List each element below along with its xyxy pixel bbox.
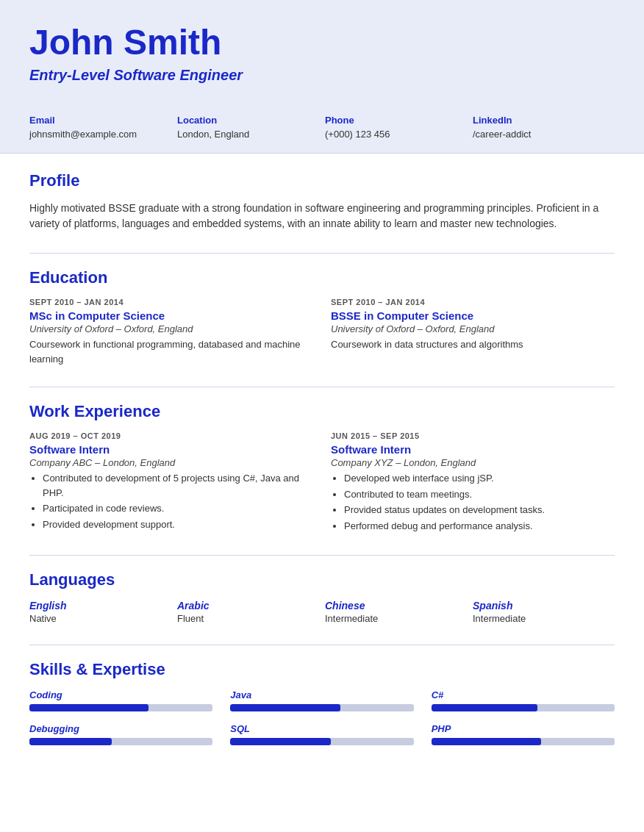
skill-item: Coding	[29, 689, 212, 711]
work-position: Software Intern	[331, 443, 615, 456]
skill-bar-fill	[29, 704, 149, 711]
lang-level: Intermediate	[473, 613, 615, 624]
work-company: Company ABC – London, England	[29, 457, 313, 468]
contact-email: Email johnsmith@example.com	[29, 115, 171, 140]
candidate-title: Entry-Level Software Engineer	[29, 67, 615, 84]
work-bullet: Provided status updates on development t…	[344, 503, 615, 517]
skill-bar-bg	[29, 738, 212, 745]
work-bullet: Performed debug and performance analysis…	[344, 519, 615, 534]
contact-location: Location London, England	[177, 115, 319, 140]
skill-bar-fill	[432, 704, 538, 711]
skill-name: Debugging	[29, 723, 212, 734]
edu-details: Coursework in functional programming, da…	[29, 337, 313, 366]
lang-level: Fluent	[177, 613, 319, 624]
skill-item: SQL	[230, 723, 413, 745]
language-item: Chinese Intermediate	[325, 600, 467, 624]
divider-skills	[29, 645, 615, 645]
work-grid: AUG 2019 – OCT 2019 Software Intern Comp…	[29, 431, 615, 534]
skill-name: SQL	[230, 723, 413, 734]
work-date: JUN 2015 – SEP 2015	[331, 431, 615, 440]
lang-name: Arabic	[177, 600, 319, 612]
work-company: Company XYZ – London, England	[331, 457, 615, 468]
resume-container: John Smith Entry-Level Software Engineer…	[0, 0, 644, 832]
work-section: Work Experience AUG 2019 – OCT 2019 Soft…	[29, 402, 615, 534]
work-position: Software Intern	[29, 443, 313, 456]
contact-linkedin: LinkedIn /career-addict	[473, 115, 615, 140]
skill-name: PHP	[432, 723, 615, 734]
skill-bar-bg	[230, 704, 413, 711]
edu-degree: MSc in Computer Science	[29, 309, 313, 322]
skills-title: Skills & Expertise	[29, 660, 615, 679]
work-bullet: Contributed to team meetings.	[344, 487, 615, 502]
skill-bar-bg	[29, 704, 212, 711]
skill-item: Debugging	[29, 723, 212, 745]
skill-bar-fill	[230, 738, 331, 745]
skill-bar-fill	[230, 704, 340, 711]
email-label: Email	[29, 115, 171, 126]
profile-section: Profile Highly motivated BSSE graduate w…	[29, 171, 615, 232]
work-item: JUN 2015 – SEP 2015 Software Intern Comp…	[331, 431, 615, 534]
divider-work	[29, 387, 615, 387]
profile-text: Highly motivated BSSE graduate with a st…	[29, 201, 615, 232]
education-item: SEPT 2010 – JAN 2014 BSSE in Computer Sc…	[331, 298, 615, 366]
work-item: AUG 2019 – OCT 2019 Software Intern Comp…	[29, 431, 313, 534]
profile-title: Profile	[29, 171, 615, 190]
contact-section: Email johnsmith@example.com Location Lon…	[0, 101, 644, 154]
lang-name: Chinese	[325, 600, 467, 612]
work-details: Contributed to development of 5 projects…	[29, 471, 313, 531]
languages-title: Languages	[29, 570, 615, 589]
contact-phone: Phone (+000) 123 456	[325, 115, 467, 140]
skill-item: Java	[230, 689, 413, 711]
location-label: Location	[177, 115, 319, 126]
languages-section: Languages English Native Arabic Fluent C…	[29, 570, 615, 624]
work-bullet: Provided development support.	[43, 517, 313, 532]
skill-bar-bg	[432, 738, 615, 745]
work-bullet: Contributed to development of 5 projects…	[43, 471, 313, 500]
edu-date: SEPT 2010 – JAN 2014	[331, 298, 615, 306]
work-bullet: Developed web interface using jSP.	[344, 471, 615, 486]
email-value: johnsmith@example.com	[29, 129, 171, 140]
lang-name: Spanish	[473, 600, 615, 612]
edu-date: SEPT 2010 – JAN 2014	[29, 298, 313, 306]
work-title: Work Experience	[29, 402, 615, 421]
header-section: John Smith Entry-Level Software Engineer	[0, 0, 644, 101]
lang-level: Intermediate	[325, 613, 467, 624]
skill-bar-fill	[432, 738, 542, 745]
skill-name: Coding	[29, 689, 212, 700]
education-grid: SEPT 2010 – JAN 2014 MSc in Computer Sci…	[29, 298, 615, 366]
linkedin-value: /career-addict	[473, 129, 615, 140]
lang-level: Native	[29, 613, 171, 624]
skills-grid: Coding Java C# Debugging SQL P	[29, 689, 615, 745]
divider-education	[29, 253, 615, 254]
linkedin-label: LinkedIn	[473, 115, 615, 126]
work-date: AUG 2019 – OCT 2019	[29, 431, 313, 440]
edu-degree: BSSE in Computer Science	[331, 309, 615, 322]
lang-name: English	[29, 600, 171, 612]
location-value: London, England	[177, 129, 319, 140]
skill-item: PHP	[432, 723, 615, 745]
contact-grid: Email johnsmith@example.com Location Lon…	[29, 115, 615, 140]
language-item: Spanish Intermediate	[473, 600, 615, 624]
edu-institution: University of Oxford – Oxford, England	[331, 323, 615, 334]
skill-name: Java	[230, 689, 413, 700]
education-item: SEPT 2010 – JAN 2014 MSc in Computer Sci…	[29, 298, 313, 366]
skills-section: Skills & Expertise Coding Java C# Debugg…	[29, 660, 615, 745]
education-title: Education	[29, 268, 615, 287]
phone-value: (+000) 123 456	[325, 129, 467, 140]
language-item: Arabic Fluent	[177, 600, 319, 624]
skill-name: C#	[432, 689, 615, 700]
edu-details: Coursework in data structures and algori…	[331, 337, 615, 352]
edu-institution: University of Oxford – Oxford, England	[29, 323, 313, 334]
work-bullet: Participated in code reviews.	[43, 501, 313, 516]
divider-languages	[29, 555, 615, 556]
skill-bar-fill	[29, 738, 112, 745]
languages-grid: English Native Arabic Fluent Chinese Int…	[29, 600, 615, 624]
education-section: Education SEPT 2010 – JAN 2014 MSc in Co…	[29, 268, 615, 366]
phone-label: Phone	[325, 115, 467, 126]
skill-bar-bg	[230, 738, 413, 745]
work-details: Developed web interface using jSP.Contri…	[331, 471, 615, 533]
skill-item: C#	[432, 689, 615, 711]
main-content: Profile Highly motivated BSSE graduate w…	[0, 154, 644, 789]
skill-bar-bg	[432, 704, 615, 711]
candidate-name: John Smith	[29, 24, 615, 62]
